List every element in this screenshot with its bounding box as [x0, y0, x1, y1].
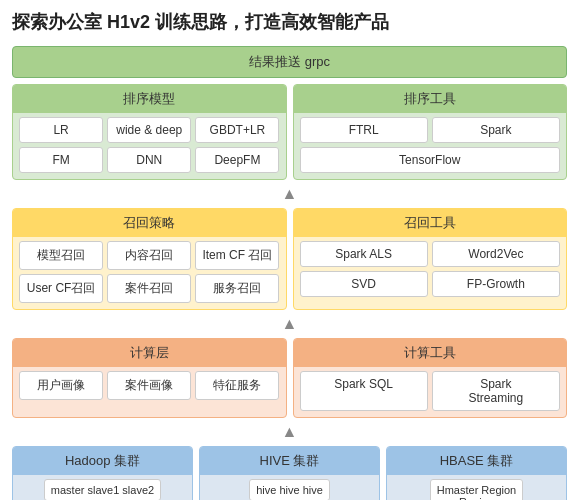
- recall-strategy-block: 召回策略 模型召回 内容召回 Item CF 召回 User CF召回 案件召回…: [12, 208, 287, 310]
- cell-deepfm: DeepFM: [195, 147, 279, 173]
- storage-clusters: Hadoop 集群 master slave1 slave2 HIVE 集群 h…: [12, 446, 567, 500]
- cell-content-recall: 内容召回: [107, 241, 191, 270]
- cell-service-recall: 服务召回: [195, 274, 279, 303]
- recall-strategy-cells: 模型召回 内容召回 Item CF 召回 User CF召回 案件召回 服务召回: [13, 237, 286, 309]
- ranking-tools-header: 排序工具: [294, 85, 567, 113]
- hive-cells: hive hive hive: [200, 475, 379, 500]
- cell-word2vec: Word2Vec: [432, 241, 560, 267]
- cell-user-portrait: 用户画像: [19, 371, 103, 400]
- compute-tools-block: 计算工具 Spark SQL Spark Streaming: [293, 338, 568, 418]
- hive-cluster-block: HIVE 集群 hive hive hive: [199, 446, 380, 500]
- hadoop-header: Hadoop 集群: [13, 447, 192, 475]
- cell-fp-growth: FP-Growth: [432, 271, 560, 297]
- ranking-tools-block: 排序工具 FTRL Spark TensorFlow: [293, 84, 568, 180]
- cell-spark: Spark: [432, 117, 560, 143]
- ranking-model-header: 排序模型: [13, 85, 286, 113]
- compute-tools-cells: Spark SQL Spark Streaming: [294, 367, 567, 417]
- cell-gbdt-lr: GBDT+LR: [195, 117, 279, 143]
- compute-layer-cells: 用户画像 案件画像 特征服务: [13, 367, 286, 406]
- cell-spark-als: Spark ALS: [300, 241, 428, 267]
- recall-tools-header: 召回工具: [294, 209, 567, 237]
- compute-layer-block: 计算层 用户画像 案件画像 特征服务: [12, 338, 287, 418]
- ranking-model-cells: LR wide & deep GBDT+LR FM DNN DeepFM: [13, 113, 286, 179]
- hive-nodes: hive hive hive: [249, 479, 330, 500]
- recall-strategy-header: 召回策略: [13, 209, 286, 237]
- top-bar-grpc: 结果推送 grpc: [12, 46, 567, 78]
- compute-layer-header: 计算层: [13, 339, 286, 367]
- diagram-container: 结果推送 grpc 排序模型 LR wide & deep GBDT+LR FM…: [12, 46, 567, 500]
- hadoop-cluster-block: Hadoop 集群 master slave1 slave2: [12, 446, 193, 500]
- cell-case-portrait: 案件画像: [107, 371, 191, 400]
- cell-model-recall: 模型召回: [19, 241, 103, 270]
- hbase-cells: Hmaster Region Region: [387, 475, 566, 500]
- hbase-header: HBASE 集群: [387, 447, 566, 475]
- cell-user-cf: User CF召回: [19, 274, 103, 303]
- cell-lr: LR: [19, 117, 103, 143]
- cell-feature-service: 特征服务: [195, 371, 279, 400]
- hive-header: HIVE 集群: [200, 447, 379, 475]
- cell-fm: FM: [19, 147, 103, 173]
- arrow-3: ▲: [12, 424, 567, 440]
- recall-row: 召回策略 模型召回 内容召回 Item CF 召回 User CF召回 案件召回…: [12, 208, 567, 310]
- cell-spark-sql: Spark SQL: [300, 371, 428, 411]
- recall-tools-block: 召回工具 Spark ALS Word2Vec SVD FP-Growth: [293, 208, 568, 310]
- cell-case-recall: 案件召回: [107, 274, 191, 303]
- hbase-nodes: Hmaster Region Region: [430, 479, 523, 500]
- compute-row: 计算层 用户画像 案件画像 特征服务 计算工具 Spark SQL Spark …: [12, 338, 567, 418]
- arrow-1: ▲: [12, 186, 567, 202]
- compute-tools-header: 计算工具: [294, 339, 567, 367]
- cell-spark-streaming: Spark Streaming: [432, 371, 560, 411]
- ranking-row: 排序模型 LR wide & deep GBDT+LR FM DNN DeepF…: [12, 84, 567, 180]
- hadoop-nodes: master slave1 slave2: [44, 479, 161, 500]
- ranking-model-block: 排序模型 LR wide & deep GBDT+LR FM DNN DeepF…: [12, 84, 287, 180]
- cell-tensorflow: TensorFlow: [300, 147, 561, 173]
- cell-svd: SVD: [300, 271, 428, 297]
- cell-dnn: DNN: [107, 147, 191, 173]
- arrow-2: ▲: [12, 316, 567, 332]
- cell-wide-deep: wide & deep: [107, 117, 191, 143]
- ranking-tools-cells: FTRL Spark TensorFlow: [294, 113, 567, 179]
- recall-tools-cells: Spark ALS Word2Vec SVD FP-Growth: [294, 237, 567, 303]
- cell-item-cf: Item CF 召回: [195, 241, 279, 270]
- cell-ftrl: FTRL: [300, 117, 428, 143]
- page-title: 探索办公室 H1v2 训练思路，打造高效智能产品: [12, 10, 567, 34]
- hbase-cluster-block: HBASE 集群 Hmaster Region Region: [386, 446, 567, 500]
- hadoop-cells: master slave1 slave2: [13, 475, 192, 500]
